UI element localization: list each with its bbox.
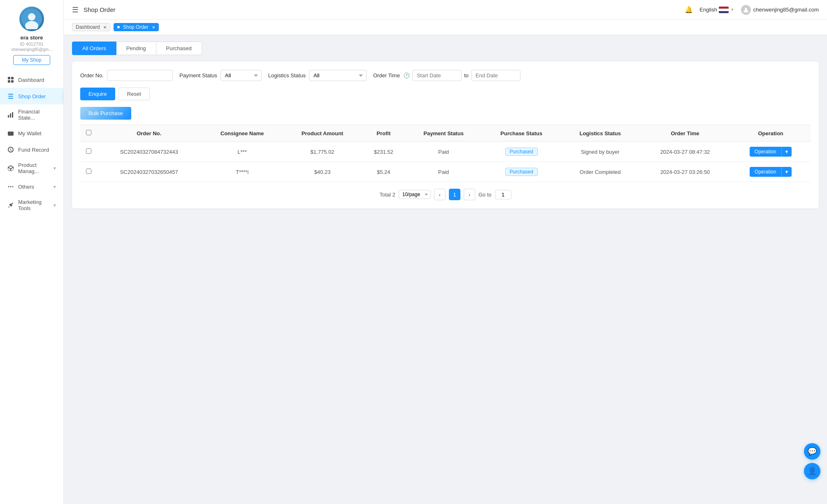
row-1-operation: Operation ▼ (731, 142, 811, 162)
fund-icon (7, 146, 15, 154)
avatar (19, 7, 44, 31)
row-2-operation-wrap: Operation ▼ (750, 167, 792, 177)
svg-rect-14 (8, 132, 14, 133)
lang-chevron-icon: ▼ (730, 7, 734, 12)
payment-status-label: Payment Status (179, 72, 217, 79)
order-no-input[interactable] (107, 70, 173, 81)
shop-order-dot (117, 26, 120, 28)
header: ☰ Shop Order 🔔 English ▼ chenwenjing85@g… (64, 0, 827, 20)
enquire-button[interactable]: Enquire (80, 88, 115, 100)
chat-icon: 💬 (808, 447, 817, 456)
svg-point-16 (8, 186, 9, 187)
col-order-time: Order Time (639, 125, 731, 142)
row-1-payment-status: Paid (405, 142, 482, 162)
dots-icon (7, 183, 15, 191)
breadcrumb-shop-order[interactable]: Shop Order ✕ (114, 23, 159, 31)
sidebar-item-marketing-tools[interactable]: Marketing Tools ▼ (0, 195, 63, 215)
row-2-purchased-badge: Purchased (505, 168, 538, 176)
chevron-down-icon-marketing: ▼ (53, 203, 57, 208)
breadcrumb-dashboard[interactable]: Dashboard ✕ (72, 23, 110, 31)
table-row: SC20240327032650457 T****i $40.23 $5.24 … (80, 162, 811, 182)
row-1-operation-arrow[interactable]: ▼ (781, 147, 792, 157)
next-page-button[interactable]: › (464, 189, 475, 200)
sidebar-item-product-manage-label: Product Manag... (18, 162, 53, 174)
start-date-input[interactable] (412, 70, 462, 81)
row-2-purchase-status: Purchased (482, 162, 561, 182)
col-payment-status: Payment Status (405, 125, 482, 142)
svg-rect-5 (8, 80, 10, 83)
floating-buttons: 💬 👤 (804, 443, 820, 479)
box-icon (7, 164, 15, 172)
date-range: 🕐 to (403, 70, 520, 81)
svg-rect-9 (8, 98, 13, 99)
row-1-profit: $231.52 (362, 142, 405, 162)
sidebar-item-my-wallet-label: My Wallet (18, 130, 57, 136)
select-all-checkbox[interactable] (86, 130, 91, 135)
tools-icon (7, 201, 15, 209)
row-2-consignee: T****i (201, 162, 283, 182)
chat-float-button[interactable]: 💬 (804, 443, 820, 460)
logistics-status-label: Logistics Status (268, 72, 306, 79)
breadcrumb: Dashboard ✕ Shop Order ✕ (64, 20, 827, 35)
end-date-input[interactable] (471, 70, 520, 81)
reset-button[interactable]: Reset (118, 88, 150, 100)
action-buttons: Enquire Reset (80, 88, 811, 100)
language-selector[interactable]: English ▼ (699, 7, 734, 13)
prev-page-button[interactable]: ‹ (434, 189, 446, 200)
header-right: 🔔 English ▼ chenwenjing85@gmail.com (685, 5, 819, 15)
breadcrumb-dashboard-close[interactable]: ✕ (103, 25, 107, 30)
bulk-purchase-button[interactable]: Bulk Purchase (80, 107, 131, 120)
tab-pending[interactable]: Pending (116, 42, 156, 55)
row-2-operation: Operation ▼ (731, 162, 811, 182)
sidebar-item-fund-record[interactable]: Fund Record (0, 141, 63, 158)
flag-icon (719, 7, 729, 13)
order-tabs: All Orders Pending Purchased (72, 42, 819, 55)
sidebar-item-shop-order[interactable]: Shop Order Shop Order (0, 88, 63, 104)
row-1-checkbox-cell (80, 142, 97, 162)
row-2-product-amount: $40.23 (283, 162, 362, 182)
store-email: chenwenjing85@gm... (8, 47, 55, 52)
page-size-select[interactable]: 10/page 20/page 50/page (399, 190, 431, 199)
menu-icon[interactable]: ☰ (72, 5, 79, 14)
sidebar-item-marketing-tools-label: Marketing Tools (18, 199, 53, 211)
my-shop-button[interactable]: My Shop (13, 55, 50, 65)
svg-rect-6 (11, 80, 14, 83)
col-profit: Profit (362, 125, 405, 142)
main-card: Order No. Payment Status All Paid Unpaid… (72, 62, 819, 208)
svg-point-1 (28, 13, 35, 21)
logistics-status-select[interactable]: All Signed by buyer Order Completed (309, 70, 367, 81)
payment-status-select[interactable]: All Paid Unpaid (221, 70, 262, 81)
support-float-button[interactable]: 👤 (804, 463, 820, 479)
row-2-operation-button[interactable]: Operation (750, 167, 781, 177)
bell-icon[interactable]: 🔔 (685, 6, 693, 14)
sidebar-item-product-manage[interactable]: Product Manag... ▼ (0, 158, 63, 178)
row-2-operation-arrow[interactable]: ▼ (781, 167, 792, 177)
col-order-no: Order No. (97, 125, 201, 142)
col-logistics-status: Logistics Status (561, 125, 639, 142)
row-1-checkbox[interactable] (86, 148, 91, 154)
row-1-operation-button[interactable]: Operation (750, 147, 781, 157)
tab-purchased[interactable]: Purchased (156, 42, 202, 55)
orders-table: Order No. Consignee Name Product Amount … (80, 125, 811, 182)
support-icon: 👤 (808, 467, 817, 476)
sidebar-item-my-wallet[interactable]: My Wallet (0, 125, 63, 141)
svg-point-18 (12, 186, 14, 187)
tab-all-orders[interactable]: All Orders (72, 42, 116, 55)
sidebar-item-dashboard[interactable]: Dashboard (0, 72, 63, 88)
goto-input[interactable] (495, 190, 511, 199)
svg-rect-8 (8, 96, 13, 97)
svg-rect-7 (8, 94, 13, 95)
pagination: Total 2 10/page 20/page 50/page ‹ 1 › Go… (80, 189, 811, 200)
sidebar-item-others[interactable]: Others ▼ (0, 178, 63, 195)
chevron-down-icon-others: ▼ (53, 185, 57, 189)
page-1-button[interactable]: 1 (449, 189, 460, 200)
breadcrumb-shop-order-close[interactable]: ✕ (152, 25, 155, 30)
user-menu[interactable]: chenwenjing85@gmail.com (741, 5, 819, 15)
sidebar: era store ID 4012791 chenwenjing85@gm...… (0, 0, 64, 504)
pagination-total: Total 2 (379, 192, 395, 198)
breadcrumb-shop-order-label: Shop Order (123, 24, 149, 30)
row-2-checkbox[interactable] (86, 169, 91, 174)
row-1-logistics-status: Signed by buyer (561, 142, 639, 162)
sidebar-item-dashboard-label: Dashboard (18, 77, 57, 83)
sidebar-item-financial-state[interactable]: Financial State... (0, 104, 63, 125)
